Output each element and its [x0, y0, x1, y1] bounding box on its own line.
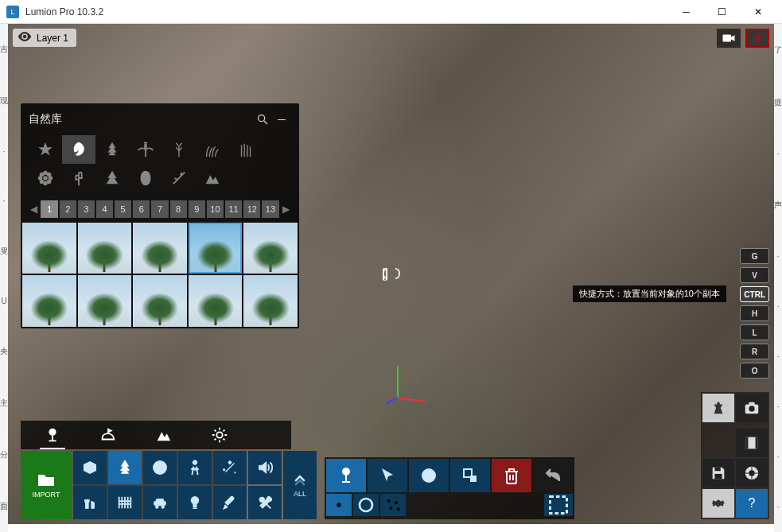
brush-scatter[interactable]: [380, 494, 406, 516]
category-branch[interactable]: [162, 164, 196, 192]
category-reed[interactable]: [229, 135, 263, 164]
category-leaf2[interactable]: [129, 164, 162, 192]
tab-terrain[interactable]: [148, 424, 180, 446]
tool-people[interactable]: [178, 451, 212, 484]
key-o[interactable]: O: [740, 363, 769, 379]
page-1[interactable]: 1: [41, 200, 57, 218]
svg-point-0: [23, 35, 27, 39]
category-leaf[interactable]: [62, 135, 95, 164]
category-bush[interactable]: [95, 164, 129, 192]
collapse-icon[interactable]: ─: [272, 110, 291, 129]
category-mountain[interactable]: [196, 164, 229, 192]
key-v[interactable]: V: [740, 267, 769, 283]
place-tool[interactable]: [326, 459, 366, 492]
svg-line-4: [386, 398, 398, 404]
tool-nature[interactable]: [108, 451, 142, 484]
svg-rect-42: [470, 476, 477, 482]
tool-outdoor[interactable]: [108, 486, 142, 519]
thumb-8[interactable]: [133, 275, 187, 326]
rotate-tool[interactable]: [409, 459, 449, 492]
tab-paint[interactable]: [92, 424, 124, 446]
key-r[interactable]: R: [740, 344, 769, 359]
close-button[interactable]: ✕: [740, 0, 776, 24]
key-l[interactable]: L: [740, 324, 769, 340]
page-13[interactable]: 13: [262, 200, 278, 218]
brush-ring[interactable]: [353, 494, 379, 516]
maximize-button[interactable]: ☐: [704, 0, 740, 24]
settings-button[interactable]: [702, 489, 734, 518]
tool-sound[interactable]: [248, 451, 282, 484]
search-icon[interactable]: [253, 110, 272, 129]
build-mode-button[interactable]: [702, 394, 734, 422]
category-star[interactable]: [29, 135, 62, 164]
layer-chip[interactable]: Layer 1: [13, 29, 76, 47]
save-button[interactable]: [702, 459, 734, 487]
page-prev[interactable]: ◀: [29, 200, 39, 218]
svg-rect-31: [86, 501, 89, 508]
undo-tool[interactable]: [533, 459, 573, 492]
tool-box[interactable]: [73, 451, 107, 484]
category-cactus[interactable]: [62, 164, 95, 192]
scale-tool[interactable]: [450, 459, 490, 492]
thumb-4[interactable]: [189, 223, 243, 274]
key-ctrl[interactable]: CTRL: [740, 286, 769, 302]
page-6[interactable]: 6: [133, 200, 150, 218]
thumb-2[interactable]: [78, 223, 132, 274]
svg-rect-23: [714, 468, 720, 472]
key-h[interactable]: H: [740, 305, 769, 321]
layer-label: Layer 1: [37, 33, 68, 44]
viewport-3d[interactable]: Layer 1 0 自然库 ─: [8, 24, 774, 524]
bottom-center-toolbar: [325, 457, 574, 519]
page-12[interactable]: 12: [243, 200, 260, 218]
tool-nature-cluster[interactable]: [143, 451, 177, 484]
page-next[interactable]: ▶: [281, 200, 291, 218]
key-g[interactable]: G: [740, 248, 769, 264]
category-grass[interactable]: [196, 135, 229, 164]
category-flower[interactable]: [29, 164, 62, 192]
page-11[interactable]: 11: [225, 200, 242, 218]
tab-weather[interactable]: [204, 424, 235, 446]
page-7[interactable]: 7: [151, 200, 168, 218]
delete-tool[interactable]: [492, 459, 531, 492]
thumb-3[interactable]: [133, 223, 187, 274]
category-palm[interactable]: [129, 135, 162, 164]
scene-count-badge[interactable]: 0: [745, 29, 769, 48]
all-button[interactable]: ALL: [283, 451, 317, 519]
category-pine[interactable]: [95, 135, 129, 164]
page-8[interactable]: 8: [170, 200, 187, 218]
page-3[interactable]: 3: [78, 200, 95, 218]
select-tool[interactable]: [368, 459, 407, 492]
svg-point-16: [717, 402, 720, 406]
movie-mode-button[interactable]: [736, 429, 768, 457]
tool-transport[interactable]: [143, 486, 177, 519]
camera-icon-button[interactable]: [717, 29, 741, 48]
transform-row: [326, 459, 573, 492]
thumb-9[interactable]: [189, 275, 243, 326]
thumb-6[interactable]: [22, 275, 76, 326]
tool-indoor[interactable]: [73, 486, 107, 519]
thumb-10[interactable]: [243, 275, 298, 326]
selection-marquee[interactable]: [544, 494, 573, 516]
tab-place[interactable]: [37, 424, 68, 446]
thumb-1[interactable]: [22, 223, 76, 274]
page-5[interactable]: 5: [115, 200, 131, 218]
thumb-5[interactable]: [243, 223, 298, 274]
category-bare-tree[interactable]: [162, 135, 196, 164]
page-9[interactable]: 9: [189, 200, 205, 218]
page-10[interactable]: 10: [207, 200, 224, 218]
minimize-button[interactable]: ─: [668, 0, 704, 24]
page-4[interactable]: 4: [96, 200, 113, 218]
library-title: 自然库: [29, 112, 253, 126]
tool-settings[interactable]: [248, 486, 282, 519]
thumb-7[interactable]: [78, 275, 132, 326]
svg-point-39: [342, 468, 350, 476]
tool-utilities[interactable]: [213, 486, 247, 519]
photo-mode-button[interactable]: [736, 394, 768, 422]
brush-dot[interactable]: [326, 494, 352, 516]
help-button[interactable]: ?: [736, 489, 768, 518]
page-2[interactable]: 2: [60, 200, 76, 218]
import-button[interactable]: IMPORT: [21, 451, 72, 519]
panorama-mode-button[interactable]: [736, 459, 768, 487]
tool-lights[interactable]: [178, 486, 212, 519]
tool-effects[interactable]: [213, 451, 247, 484]
